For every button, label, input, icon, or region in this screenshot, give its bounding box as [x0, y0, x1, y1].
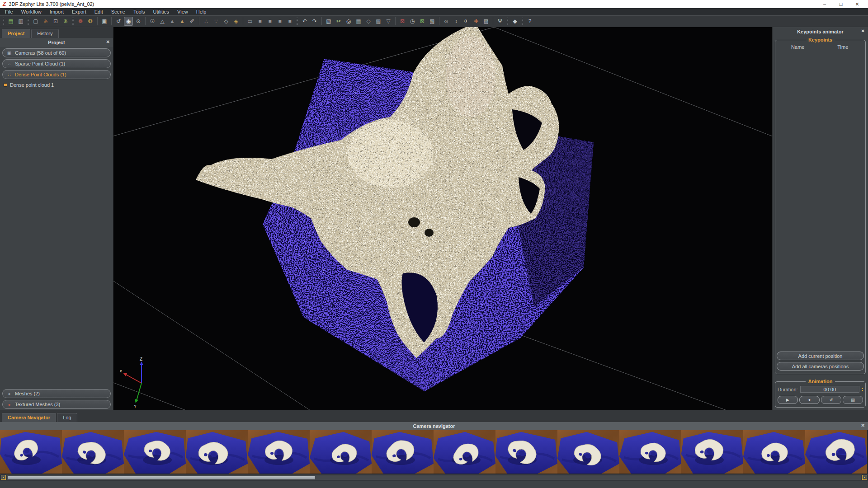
draw-tool-icon[interactable]: ✐: [188, 17, 197, 26]
menu-workflow[interactable]: Workflow: [17, 9, 46, 14]
deselect-icon[interactable]: ⊠: [398, 17, 407, 26]
scrollbar-thumb[interactable]: [8, 476, 315, 479]
camera-navigator-close-icon[interactable]: ✕: [861, 423, 865, 428]
add-all-cameras-positions-button[interactable]: Add all cameras positions: [777, 362, 864, 371]
invert-selection-icon[interactable]: ⊠: [418, 17, 427, 26]
camera-thumbnail-5[interactable]: [248, 430, 310, 474]
render-points-icon[interactable]: △: [158, 17, 167, 26]
export-frames-button[interactable]: ▤: [843, 396, 863, 404]
camera-thumbnail-6[interactable]: [310, 430, 372, 474]
save-project-icon[interactable]: ▥: [16, 17, 25, 26]
point-filter-icon[interactable]: ∴: [202, 17, 211, 26]
menu-scene[interactable]: Scene: [107, 9, 129, 14]
tree-item-textured-meshes[interactable]: ●Textured Meshes (3): [2, 400, 111, 409]
wrench-icon[interactable]: Ψ: [495, 17, 505, 26]
menu-import[interactable]: Import: [46, 9, 68, 14]
tree-item-dense-point-clouds[interactable]: ∷Dense Point Clouds (1): [2, 70, 111, 79]
redo-icon[interactable]: ↷: [310, 17, 319, 26]
loop-button[interactable]: ↺: [821, 396, 841, 404]
tab-camera-navigator[interactable]: Camera Navigator: [2, 413, 56, 422]
screenshot-camera-icon[interactable]: ▣: [100, 17, 109, 26]
axes-icon[interactable]: ✚: [472, 17, 481, 26]
minimize-button[interactable]: –: [816, 1, 833, 7]
layout-four-icon[interactable]: ■: [285, 17, 294, 26]
layout-three-icon[interactable]: ■: [275, 17, 284, 26]
menu-view[interactable]: View: [173, 9, 192, 14]
keypoints-list[interactable]: [775, 52, 865, 350]
keypoints-panel-close-icon[interactable]: ✕: [861, 28, 865, 33]
circle-tool-icon[interactable]: ◎: [344, 17, 353, 26]
camera-thumbnail-11[interactable]: [619, 430, 681, 474]
camera-thumbnail-9[interactable]: [495, 430, 557, 474]
new-selection-icon[interactable]: ▢: [31, 17, 40, 26]
tree-item-cameras[interactable]: ▣Cameras (58 out of 60): [2, 48, 111, 57]
tab-history[interactable]: History: [31, 29, 58, 38]
select-rect-icon[interactable]: ▧: [324, 17, 333, 26]
camera-thumbnail-1[interactable]: [0, 430, 62, 474]
select-grid-icon[interactable]: ▦: [354, 17, 363, 26]
close-button[interactable]: ✕: [849, 1, 865, 7]
tab-log[interactable]: Log: [57, 413, 77, 422]
mesh-generation-icon[interactable]: ❋: [61, 17, 70, 26]
camera-thumbnail-2[interactable]: [62, 430, 124, 474]
colored-cube-icon[interactable]: ◈: [231, 17, 241, 26]
scroll-left-button[interactable]: [1, 475, 6, 480]
help-icon[interactable]: ?: [525, 17, 534, 26]
select-triangle-icon[interactable]: ▽: [384, 17, 393, 26]
select-diamond-icon[interactable]: ◇: [364, 17, 373, 26]
render-textured-icon[interactable]: ▲: [178, 17, 187, 26]
pin-measure-icon[interactable]: ↕: [452, 17, 461, 26]
stereo-pair-icon[interactable]: ❂: [86, 17, 95, 26]
camera-thumbnail-7[interactable]: [372, 430, 434, 474]
viewport-3d[interactable]: Z x Y: [113, 27, 772, 410]
layout-two-icon[interactable]: ■: [265, 17, 274, 26]
menu-utilities[interactable]: Utilities: [149, 9, 173, 14]
orbit-mode-icon[interactable]: ◉: [124, 17, 133, 26]
menu-export[interactable]: Export: [68, 9, 90, 14]
layout-single-icon[interactable]: ■: [255, 17, 264, 26]
play-button[interactable]: ▶: [778, 396, 798, 404]
tab-project[interactable]: Project: [2, 29, 30, 38]
sparse-generation-icon[interactable]: ❈: [41, 17, 50, 26]
hatch-measure-icon[interactable]: ▨: [481, 17, 491, 26]
scroll-right-button[interactable]: [862, 475, 867, 480]
point-edit-icon[interactable]: ∵: [212, 17, 221, 26]
undo-icon[interactable]: ↶: [300, 17, 309, 26]
package-icon[interactable]: ▧: [428, 17, 437, 26]
tree-item-sparse-point-cloud[interactable]: ∴Sparse Point Cloud (1): [2, 59, 111, 68]
menu-help[interactable]: Help: [192, 9, 211, 14]
duration-spinner[interactable]: ▴ ▾: [862, 387, 863, 392]
tree-item-meshes[interactable]: ●Meshes (2): [2, 389, 111, 398]
menu-edit[interactable]: Edit: [90, 9, 107, 14]
restore-button[interactable]: □: [833, 1, 849, 7]
camera-thumbnail-14[interactable]: [805, 430, 867, 474]
cut-selection-icon[interactable]: ✂: [334, 17, 343, 26]
tree-item-dense-point-cloud-1[interactable]: Dense point cloud 1: [0, 80, 113, 89]
dense-generation-icon[interactable]: ⊡: [51, 17, 60, 26]
render-shaded-icon[interactable]: ▲: [168, 17, 177, 26]
project-panel-close-icon[interactable]: ✕: [106, 39, 110, 44]
camera-thumbnail-13[interactable]: [743, 430, 805, 474]
up-vector-icon[interactable]: ▭: [245, 17, 255, 26]
select-time-icon[interactable]: ◷: [408, 17, 417, 26]
camera-thumbnail-4[interactable]: [186, 430, 248, 474]
menu-tools[interactable]: Tools: [129, 9, 149, 14]
duration-input[interactable]: 00:00: [800, 386, 859, 393]
camera-thumbnail-8[interactable]: [434, 430, 495, 474]
lightbulb-icon[interactable]: ☉: [148, 17, 157, 26]
camera-thumbnail-3[interactable]: [124, 430, 186, 474]
menu-file[interactable]: File: [1, 9, 17, 14]
add-current-position-button[interactable]: Add current position: [777, 352, 864, 360]
record-button[interactable]: ●: [799, 396, 820, 404]
texture-generation-icon[interactable]: ❁: [76, 17, 85, 26]
lasso-icon[interactable]: ∞: [442, 17, 451, 26]
flythrough-icon[interactable]: ✈: [462, 17, 471, 26]
camera-thumbnail-12[interactable]: [681, 430, 743, 474]
viewer-icon[interactable]: ◆: [510, 17, 519, 26]
rotate-view-icon[interactable]: ↺: [114, 17, 123, 26]
scrollbar-track[interactable]: [7, 475, 861, 480]
pan-mode-icon[interactable]: ⊙: [134, 17, 143, 26]
spinner-down-icon[interactable]: ▾: [862, 389, 863, 392]
camera-thumbnail-10[interactable]: [557, 430, 619, 474]
open-project-icon[interactable]: ▤: [6, 17, 15, 26]
